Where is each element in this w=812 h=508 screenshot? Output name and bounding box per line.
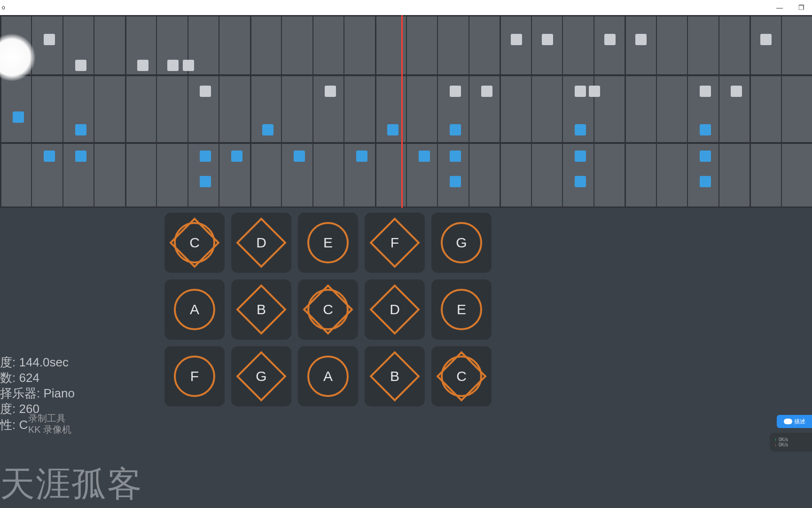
note-marker-white[interactable] — [183, 60, 194, 71]
record-indicator-icon[interactable] — [0, 34, 35, 81]
note-marker-white[interactable] — [200, 86, 211, 97]
note-pad-label: C — [298, 279, 358, 340]
gridline — [375, 15, 376, 208]
note-marker-blue[interactable] — [419, 151, 430, 162]
note-marker-white[interactable] — [167, 60, 179, 71]
note-marker-blue[interactable] — [450, 176, 461, 187]
gridline — [281, 15, 282, 208]
note-pad-label: D — [365, 279, 425, 340]
window-minimize-button[interactable]: — — [769, 0, 790, 15]
note-marker-white[interactable] — [589, 86, 600, 97]
note-marker-white[interactable] — [325, 86, 336, 97]
gridline — [531, 15, 532, 208]
note-pad-a-5[interactable]: A — [164, 279, 225, 340]
note-marker-blue[interactable] — [262, 124, 273, 135]
gridline — [593, 15, 594, 208]
gridline — [468, 15, 469, 208]
note-marker-blue[interactable] — [575, 151, 586, 162]
playhead[interactable] — [401, 15, 403, 208]
note-marker-white[interactable] — [760, 34, 772, 45]
note-pad-b-6[interactable]: B — [231, 279, 291, 340]
note-marker-blue[interactable] — [356, 151, 367, 162]
note-marker-white[interactable] — [511, 34, 522, 45]
note-pad-d-1[interactable]: D — [231, 213, 291, 273]
cloud-sync-widget[interactable]: 描述 — [777, 415, 812, 428]
note-pad-d-8[interactable]: D — [365, 279, 425, 340]
note-marker-white[interactable] — [75, 60, 86, 71]
note-marker-blue[interactable] — [387, 124, 398, 135]
note-pad-e-2[interactable]: E — [298, 213, 358, 273]
note-pad-c-14[interactable]: C — [431, 346, 492, 406]
note-marker-white[interactable] — [731, 86, 742, 97]
gridline — [406, 15, 407, 208]
note-marker-blue[interactable] — [450, 124, 461, 135]
note-marker-blue[interactable] — [575, 124, 586, 135]
note-marker-blue[interactable] — [700, 176, 711, 187]
note-marker-white[interactable] — [700, 86, 711, 97]
note-marker-white[interactable] — [542, 34, 553, 45]
recorder-watermark: 录制工具 KK 录像机 — [28, 413, 71, 435]
gridline — [125, 15, 126, 208]
gridline — [344, 15, 344, 208]
control-panel: 度: 144.0sec 数: 624 择乐器: Piano 度: 260 性: … — [0, 208, 812, 508]
gridline — [656, 15, 657, 208]
note-marker-white[interactable] — [450, 86, 461, 97]
piano-roll[interactable] — [0, 15, 812, 208]
note-pad-label: G — [431, 213, 492, 273]
gridline — [500, 15, 501, 208]
note-pad-label: D — [231, 213, 291, 273]
note-marker-white[interactable] — [137, 60, 148, 71]
window-maximize-button[interactable]: ❐ — [790, 0, 812, 15]
note-marker-blue[interactable] — [575, 176, 586, 187]
note-marker-white[interactable] — [575, 86, 586, 97]
note-pad-e-9[interactable]: E — [431, 279, 492, 340]
note-marker-white[interactable] — [481, 86, 492, 97]
network-speed-widget[interactable]: ↑0K/s ↓0K/s — [770, 433, 812, 452]
note-pad-label: F — [164, 346, 225, 406]
note-pads-grid: CDEFGABCDEFGABC — [164, 213, 492, 406]
note-marker-blue[interactable] — [75, 151, 86, 162]
note-marker-blue[interactable] — [75, 124, 86, 135]
gridline — [156, 15, 157, 208]
note-marker-blue[interactable] — [200, 151, 211, 162]
artist-banner: 天涯孤客 — [0, 461, 143, 508]
note-marker-blue[interactable] — [700, 124, 711, 135]
note-pad-a-12[interactable]: A — [298, 346, 358, 406]
gridline — [0, 142, 812, 144]
gridline — [0, 74, 812, 76]
note-marker-blue[interactable] — [450, 151, 461, 162]
download-icon: ↓ — [774, 442, 777, 447]
note-pad-label: A — [298, 346, 358, 406]
note-marker-blue[interactable] — [44, 151, 55, 162]
note-pad-g-11[interactable]: G — [231, 346, 291, 406]
gridline — [94, 15, 94, 208]
cloud-icon — [784, 419, 792, 424]
note-pad-b-13[interactable]: B — [365, 346, 425, 406]
gridline — [62, 15, 63, 208]
note-marker-white[interactable] — [44, 34, 55, 45]
note-pad-f-10[interactable]: F — [164, 346, 225, 406]
note-marker-blue[interactable] — [200, 176, 211, 187]
upload-icon: ↑ — [774, 437, 777, 442]
note-marker-blue[interactable] — [231, 151, 242, 162]
note-marker-blue[interactable] — [13, 111, 24, 123]
gridline — [718, 15, 719, 208]
gridline — [250, 15, 251, 208]
gridline — [219, 15, 219, 208]
note-pad-label: F — [365, 213, 425, 273]
gridline — [187, 15, 188, 208]
window-title: o — [0, 4, 5, 11]
gridline — [437, 15, 438, 208]
note-marker-white[interactable] — [604, 34, 616, 45]
note-pad-g-4[interactable]: G — [431, 213, 492, 273]
note-marker-blue[interactable] — [294, 151, 305, 162]
note-pad-c-7[interactable]: C — [298, 279, 358, 340]
window-titlebar: o — ❐ — [0, 0, 812, 15]
note-pad-f-3[interactable]: F — [365, 213, 425, 273]
note-pad-c-0[interactable]: C — [164, 213, 225, 273]
note-marker-blue[interactable] — [700, 151, 711, 162]
note-pad-label: C — [431, 346, 492, 406]
gridline — [781, 15, 782, 208]
note-pad-label: C — [164, 213, 225, 273]
note-marker-white[interactable] — [635, 34, 647, 45]
